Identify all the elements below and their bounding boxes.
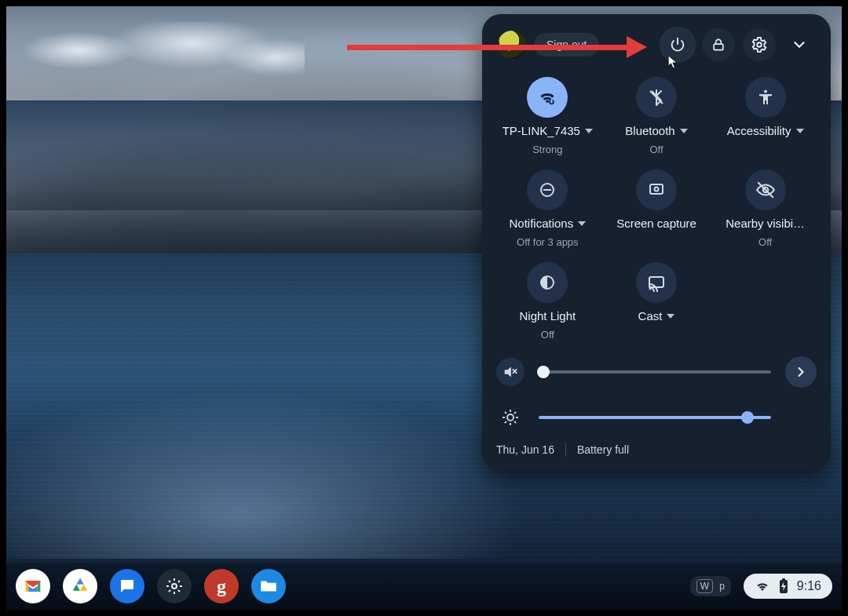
battery-icon xyxy=(778,578,789,594)
footer-battery: Battery full xyxy=(577,443,629,456)
brightness-icon-wrap xyxy=(496,408,525,427)
bluetooth-toggle[interactable] xyxy=(636,77,677,118)
bluetooth-sublabel: Off xyxy=(649,144,663,155)
chevron-right-icon xyxy=(793,364,809,380)
quick-settings-panel: Sign out TP-LINK_7435 xyxy=(482,14,831,471)
accessibility-toggle[interactable] xyxy=(745,77,786,118)
svg-rect-19 xyxy=(123,583,131,585)
app-files[interactable] xyxy=(251,569,286,603)
app-g[interactable]: g xyxy=(204,569,239,603)
accessibility-label[interactable]: Accessibility xyxy=(727,124,804,137)
gmail-icon xyxy=(22,575,44,597)
collapse-button[interactable] xyxy=(784,36,815,53)
folder-icon xyxy=(258,576,279,596)
panel-header: Sign out xyxy=(496,24,817,63)
gear-icon xyxy=(165,577,184,596)
svg-point-15 xyxy=(649,288,652,290)
messages-icon xyxy=(118,577,137,596)
power-button[interactable] xyxy=(661,28,694,61)
nearby-label: Nearby visibi… xyxy=(726,217,805,230)
ime-badge-1: W xyxy=(696,579,713,593)
svg-point-6 xyxy=(764,90,767,93)
svg-point-10 xyxy=(654,188,658,191)
avatar[interactable] xyxy=(498,31,526,59)
dropdown-caret-icon xyxy=(578,221,586,226)
bluetooth-off-icon xyxy=(647,88,666,107)
footer-separator xyxy=(565,443,566,457)
settings-button[interactable] xyxy=(743,28,776,61)
svg-rect-23 xyxy=(782,578,785,581)
lock-icon xyxy=(711,37,726,53)
gear-icon xyxy=(751,36,768,53)
accessibility-icon xyxy=(756,88,775,107)
dropdown-caret-icon xyxy=(585,129,593,133)
volume-slider[interactable] xyxy=(539,370,771,374)
brightness-slider[interactable] xyxy=(539,416,771,419)
footer-date: Thu, Jun 16 xyxy=(496,443,554,456)
tile-bluetooth[interactable]: Bluetooth Off xyxy=(605,77,708,155)
dropdown-caret-icon xyxy=(667,314,674,319)
screen-capture-button[interactable] xyxy=(636,169,677,210)
tile-night-light[interactable]: Night Light Off xyxy=(496,262,599,341)
sign-out-button[interactable]: Sign out xyxy=(534,33,599,56)
tile-wifi[interactable]: TP-LINK_7435 Strong xyxy=(496,77,599,155)
desktop-wallpaper[interactable]: Sign out TP-LINK_7435 xyxy=(6,6,842,610)
svg-point-21 xyxy=(172,584,177,589)
wifi-sublabel: Strong xyxy=(532,144,562,155)
brightness-row xyxy=(496,408,817,427)
cast-button[interactable] xyxy=(636,262,677,303)
do-not-disturb-icon xyxy=(538,180,557,199)
tile-cast[interactable]: Cast xyxy=(605,262,708,341)
status-area[interactable]: 9:16 xyxy=(744,574,832,599)
svg-rect-20 xyxy=(123,585,129,587)
svg-point-1 xyxy=(757,42,762,47)
notifications-sublabel: Off for 3 apps xyxy=(517,236,579,248)
tiles-grid: TP-LINK_7435 Strong Bluetooth Off xyxy=(496,77,817,341)
app-gmail[interactable] xyxy=(16,569,50,603)
volume-row xyxy=(496,356,817,388)
cast-label[interactable]: Cast xyxy=(638,309,675,323)
app-settings[interactable] xyxy=(157,569,192,603)
bluetooth-label[interactable]: Bluetooth xyxy=(625,124,687,137)
ime-badge-2: p xyxy=(719,581,725,592)
svg-rect-0 xyxy=(714,44,723,49)
tile-screen-capture[interactable]: Screen capture xyxy=(605,169,708,248)
wifi-icon xyxy=(537,87,557,108)
drive-icon xyxy=(69,575,91,597)
wifi-toggle[interactable] xyxy=(527,77,568,118)
wallpaper-snow xyxy=(22,22,305,93)
audio-settings-button[interactable] xyxy=(785,356,817,388)
sliders xyxy=(496,356,817,427)
night-light-icon xyxy=(538,273,557,292)
tile-nearby-visibility[interactable]: Nearby visibi… Off xyxy=(714,169,817,248)
svg-point-18 xyxy=(507,414,514,421)
night-light-toggle[interactable] xyxy=(527,262,568,303)
app-messages[interactable] xyxy=(110,569,144,603)
ime-tray[interactable]: W p xyxy=(690,576,731,596)
cast-icon xyxy=(647,273,666,292)
volume-mute-button[interactable] xyxy=(496,358,525,386)
volume-mute-icon xyxy=(502,363,519,381)
brightness-icon xyxy=(501,408,520,427)
notifications-toggle[interactable] xyxy=(527,169,568,210)
night-light-label: Night Light xyxy=(519,309,576,323)
status-time: 9:16 xyxy=(797,579,821,593)
dropdown-caret-icon xyxy=(796,129,804,133)
lock-button[interactable] xyxy=(702,28,735,61)
tile-notifications[interactable]: Notifications Off for 3 apps xyxy=(496,169,599,248)
panel-footer: Thu, Jun 16 Battery full xyxy=(496,443,817,457)
power-icon xyxy=(669,36,686,53)
shelf: g W p 9:16 xyxy=(6,563,842,610)
svg-rect-9 xyxy=(650,184,663,194)
nearby-toggle[interactable] xyxy=(745,169,786,210)
nearby-sublabel: Off xyxy=(758,236,772,248)
tile-accessibility[interactable]: Accessibility xyxy=(714,77,817,155)
wifi-icon xyxy=(755,578,770,594)
wifi-label[interactable]: TP-LINK_7435 xyxy=(503,124,593,137)
visibility-off-icon xyxy=(755,180,776,200)
notifications-label[interactable]: Notifications xyxy=(509,217,586,230)
screen-capture-icon xyxy=(647,180,666,199)
chevron-down-icon xyxy=(791,36,808,53)
night-light-sublabel: Off xyxy=(541,329,554,341)
app-drive[interactable] xyxy=(63,569,97,603)
